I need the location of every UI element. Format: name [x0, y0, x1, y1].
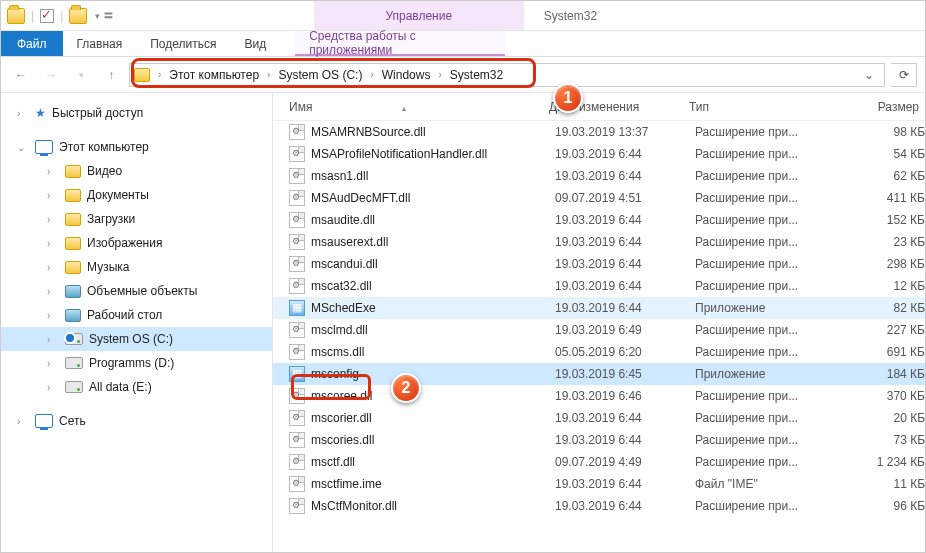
file-row[interactable]: msclmd.dll19.03.2019 6:49Расширение при.… — [273, 319, 925, 341]
file-date: 19.03.2019 6:45 — [555, 367, 695, 381]
file-row[interactable]: mscories.dll19.03.2019 6:44Расширение пр… — [273, 429, 925, 451]
file-row[interactable]: msctf.dll09.07.2019 4:49Расширение при..… — [273, 451, 925, 473]
file-row[interactable]: msconfig19.03.2019 6:45Приложение184 КБ — [273, 363, 925, 385]
qat-dropdown-icon[interactable]: ▾ 〓 — [91, 8, 118, 23]
tree-pictures[interactable]: ›Изображения — [1, 231, 272, 255]
breadcrumb-item[interactable]: Windows — [378, 68, 435, 82]
window-title: System32 — [544, 1, 597, 31]
tree-network[interactable]: ›Сеть — [1, 409, 272, 433]
file-size: 98 КБ — [845, 125, 925, 139]
file-row[interactable]: MsCtfMonitor.dll19.03.2019 6:44Расширени… — [273, 495, 925, 517]
chevron-right-icon[interactable]: › — [47, 286, 59, 297]
file-date: 19.03.2019 6:44 — [555, 213, 695, 227]
file-type: Расширение при... — [695, 323, 845, 337]
file-type: Расширение при... — [695, 191, 845, 205]
app-tools-tab[interactable]: Средства работы с приложениями — [295, 31, 505, 56]
file-name: MSchedExe — [311, 301, 555, 315]
file-list: MSAMRNBSource.dll19.03.2019 13:37Расшире… — [273, 121, 925, 552]
refresh-button[interactable]: ⟳ — [891, 63, 917, 87]
tree-downloads[interactable]: ›Загрузки — [1, 207, 272, 231]
properties-icon[interactable] — [40, 9, 54, 23]
file-type: Расширение при... — [695, 345, 845, 359]
breadcrumb-item[interactable]: Этот компьютер — [165, 68, 263, 82]
tree-drive-e[interactable]: ›All data (E:) — [1, 375, 272, 399]
column-size[interactable]: Размер — [839, 100, 919, 114]
tree-quick-access[interactable]: › ★ Быстрый доступ — [1, 101, 272, 125]
file-row[interactable]: MSAMRNBSource.dll19.03.2019 13:37Расшире… — [273, 121, 925, 143]
tree-video[interactable]: ›Видео — [1, 159, 272, 183]
column-type[interactable]: Тип — [689, 100, 839, 114]
file-row[interactable]: msctfime.ime19.03.2019 6:44Файл "IME"11 … — [273, 473, 925, 495]
file-row[interactable]: MSchedExe19.03.2019 6:44Приложение82 КБ — [273, 297, 925, 319]
chevron-right-icon[interactable]: › — [17, 108, 29, 119]
tree-label: Изображения — [87, 236, 162, 250]
file-name: msaudite.dll — [311, 213, 555, 227]
tree-3d-objects[interactable]: ›Объемные объекты — [1, 279, 272, 303]
view-tab[interactable]: Вид — [230, 31, 280, 56]
file-row[interactable]: msaudite.dll19.03.2019 6:44Расширение пр… — [273, 209, 925, 231]
file-row[interactable]: mscoree.dll19.03.2019 6:46Расширение при… — [273, 385, 925, 407]
file-row[interactable]: mscorier.dll19.03.2019 6:44Расширение пр… — [273, 407, 925, 429]
chevron-right-icon[interactable]: › — [436, 69, 443, 80]
tree-label: Документы — [87, 188, 149, 202]
file-row[interactable]: MSAudDecMFT.dll09.07.2019 4:51Расширение… — [273, 187, 925, 209]
file-type: Расширение при... — [695, 279, 845, 293]
address-dropdown-icon[interactable]: ⌄ — [858, 68, 880, 82]
file-name: msasn1.dll — [311, 169, 555, 183]
file-row[interactable]: msauserext.dll19.03.2019 6:44Расширение … — [273, 231, 925, 253]
chevron-right-icon[interactable]: › — [47, 262, 59, 273]
folder-icon[interactable] — [69, 8, 87, 24]
file-type: Расширение при... — [695, 257, 845, 271]
tree-drive-d[interactable]: ›Programms (D:) — [1, 351, 272, 375]
file-size: 1 234 КБ — [845, 455, 925, 469]
chevron-right-icon[interactable]: › — [47, 310, 59, 321]
file-row[interactable]: msasn1.dll19.03.2019 6:44Расширение при.… — [273, 165, 925, 187]
file-icon — [289, 278, 305, 294]
chevron-right-icon[interactable]: › — [47, 190, 59, 201]
chevron-right-icon[interactable]: › — [47, 382, 59, 393]
up-button[interactable]: ↑ — [99, 63, 123, 87]
tree-drive-c[interactable]: ›System OS (C:) — [1, 327, 272, 351]
chevron-right-icon[interactable]: › — [47, 334, 59, 345]
chevron-right-icon[interactable]: › — [47, 238, 59, 249]
network-icon — [35, 414, 53, 428]
chevron-right-icon[interactable]: › — [47, 166, 59, 177]
file-size: 54 КБ — [845, 147, 925, 161]
back-button[interactable]: ← — [9, 63, 33, 87]
file-size: 23 КБ — [845, 235, 925, 249]
drive-icon — [65, 357, 83, 369]
chevron-down-icon[interactable]: ⌄ — [17, 142, 29, 153]
file-row[interactable]: MSAProfileNotificationHandler.dll19.03.2… — [273, 143, 925, 165]
file-row[interactable]: mscat32.dll19.03.2019 6:44Расширение при… — [273, 275, 925, 297]
share-tab[interactable]: Поделиться — [136, 31, 230, 56]
chevron-right-icon[interactable]: › — [156, 69, 163, 80]
tree-this-pc[interactable]: ⌄ Этот компьютер — [1, 135, 272, 159]
file-icon — [289, 344, 305, 360]
address-bar[interactable]: › Этот компьютер › System OS (C:) › Wind… — [129, 63, 885, 87]
file-date: 19.03.2019 6:44 — [555, 257, 695, 271]
file-row[interactable]: mscms.dll05.05.2019 6:20Расширение при..… — [273, 341, 925, 363]
forward-button[interactable]: → — [39, 63, 63, 87]
chevron-right-icon[interactable]: › — [368, 69, 375, 80]
home-tab[interactable]: Главная — [63, 31, 137, 56]
tree-documents[interactable]: ›Документы — [1, 183, 272, 207]
chevron-right-icon[interactable]: › — [17, 416, 29, 427]
breadcrumb-item[interactable]: System OS (C:) — [274, 68, 366, 82]
tree-desktop[interactable]: ›Рабочий стол — [1, 303, 272, 327]
recent-dropdown[interactable]: ▾ — [69, 63, 93, 87]
chevron-right-icon[interactable]: › — [47, 214, 59, 225]
column-name[interactable]: Имя▴ — [289, 100, 549, 114]
chevron-right-icon[interactable]: › — [47, 358, 59, 369]
annotation-badge: 1 — [553, 83, 583, 113]
tree-music[interactable]: ›Музыка — [1, 255, 272, 279]
file-name: msctf.dll — [311, 455, 555, 469]
file-tab[interactable]: Файл — [1, 31, 63, 56]
file-type: Файл "IME" — [695, 477, 845, 491]
folder-icon[interactable] — [7, 8, 25, 24]
separator: | — [31, 9, 34, 23]
tree-label: Programms (D:) — [89, 356, 174, 370]
file-row[interactable]: mscandui.dll19.03.2019 6:44Расширение пр… — [273, 253, 925, 275]
chevron-right-icon[interactable]: › — [265, 69, 272, 80]
file-name: mscat32.dll — [311, 279, 555, 293]
breadcrumb-item[interactable]: System32 — [446, 68, 507, 82]
